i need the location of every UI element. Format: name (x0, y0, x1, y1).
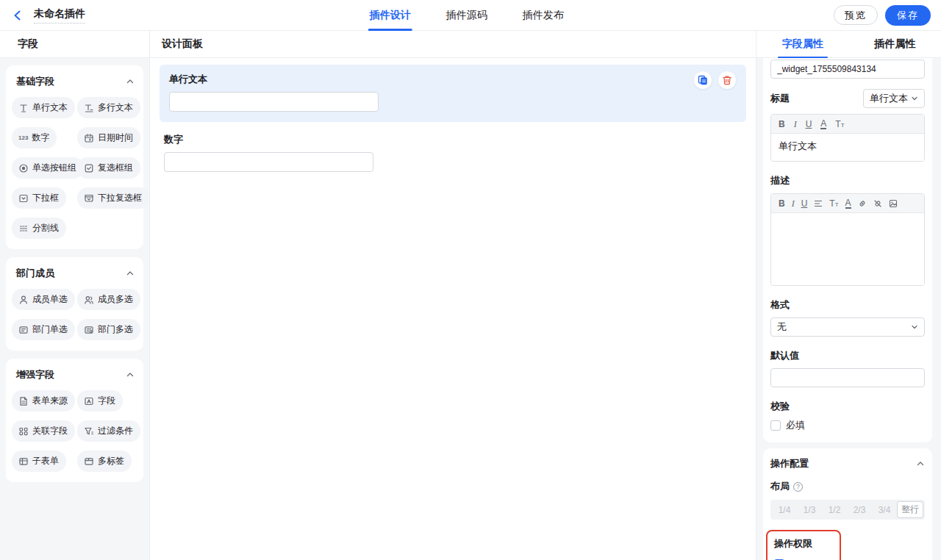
field-item-number[interactable]: 123 数字 (12, 127, 57, 148)
field-item-member-multi[interactable]: 成员多选 (77, 289, 140, 310)
field-text-input[interactable] (169, 92, 379, 112)
layout-option-1-3[interactable]: 1/3 (797, 501, 822, 518)
form-source-icon (18, 396, 29, 406)
canvas-header: 设计面板 (150, 31, 756, 58)
layout-segments: 1/4 1/3 1/2 2/3 3/4 整行 (770, 500, 925, 520)
preview-button[interactable]: 预览 (834, 5, 878, 25)
italic-icon[interactable]: I (794, 120, 797, 129)
collapse-chevron-icon[interactable] (126, 269, 135, 278)
field-item-form-source[interactable]: 表单来源 (12, 390, 75, 412)
field-text-input[interactable] (164, 152, 373, 172)
title-type-select[interactable]: 单行文本 (863, 89, 925, 108)
unlink-icon[interactable] (873, 199, 882, 208)
field-item-checkbox-group[interactable]: 复选框组 (77, 157, 140, 179)
field-label: 单行文本 (169, 73, 737, 86)
collapse-chevron-icon[interactable] (916, 459, 925, 468)
canvas-field-number[interactable]: 数字 (160, 125, 746, 182)
layout-option-full-row[interactable]: 整行 (897, 501, 923, 518)
number-icon: 123 (18, 134, 28, 141)
layout-option-3-4[interactable]: 3/4 (872, 501, 897, 518)
field-item-divider[interactable]: 分割线 (12, 218, 66, 239)
tab-plugin-properties[interactable]: 插件属性 (849, 31, 941, 57)
canvas-field-single-line-text[interactable]: 单行文本 (160, 65, 746, 122)
align-icon[interactable] (814, 199, 823, 208)
help-icon[interactable]: ? (793, 482, 803, 492)
field-item-single-line-text[interactable]: 单行文本 (12, 97, 75, 118)
field-item-field[interactable]: 字段 (77, 390, 123, 412)
format-select[interactable]: 无 (770, 317, 925, 337)
field-item-multi-select[interactable]: 下拉复选框 (77, 187, 149, 209)
section-title: 部门成员 (16, 267, 54, 280)
font-color-icon[interactable]: A (845, 198, 851, 209)
required-check-row[interactable]: 必填 (770, 419, 925, 432)
image-icon[interactable] (889, 199, 898, 208)
design-canvas: 设计面板 单行文本 (150, 31, 756, 560)
fields-sidebar: 字段 基础字段 单行文本 (0, 31, 150, 560)
font-size-icon[interactable]: TT (829, 199, 838, 208)
link-icon[interactable] (858, 199, 867, 208)
text-multi-icon (84, 103, 94, 113)
multi-tab-icon (84, 456, 94, 467)
widget-id-input[interactable] (770, 60, 925, 79)
member-single-icon (18, 295, 29, 305)
required-checkbox[interactable] (770, 420, 781, 431)
title-label: 标题 (770, 92, 790, 105)
font-size-icon[interactable]: TT (835, 120, 844, 129)
bold-icon[interactable]: B (779, 199, 785, 208)
duplicate-field-button[interactable] (694, 71, 712, 89)
tab-plugin-source[interactable]: 插件源码 (446, 0, 487, 31)
collapse-chevron-icon[interactable] (126, 77, 135, 86)
save-button[interactable]: 保存 (885, 5, 931, 26)
italic-icon[interactable]: I (792, 199, 795, 208)
required-label: 必填 (786, 419, 805, 432)
description-editor-toolbar: B I U TT A (771, 194, 924, 213)
underline-icon[interactable]: U (801, 199, 808, 208)
section-title: 基础字段 (16, 75, 54, 88)
field-item-select[interactable]: 下拉框 (12, 187, 66, 209)
layout-label-row: 布局 ? (770, 480, 925, 493)
plugin-title[interactable]: 未命名插件 (34, 7, 85, 24)
bold-icon[interactable]: B (779, 120, 785, 129)
tab-plugin-publish[interactable]: 插件发布 (523, 0, 564, 31)
field-item-related-field[interactable]: 关联字段 (12, 420, 75, 442)
section-dept-members: 部门成员 成员单选 成员多选 (6, 257, 143, 351)
field-item-radio-group[interactable]: 单选按钮组 (12, 157, 84, 179)
field-item-dept-single[interactable]: 部门单选 (12, 319, 75, 340)
field-item-subform[interactable]: 子表单 (12, 450, 66, 472)
operation-permission-title: 操作权限 (774, 537, 833, 550)
back-chevron-icon (12, 10, 24, 21)
canvas-body: 单行文本 (150, 58, 756, 560)
title-editor-content[interactable]: 单行文本 (771, 134, 924, 161)
back-button[interactable] (10, 8, 25, 23)
layout-option-1-4[interactable]: 1/4 (772, 501, 797, 518)
format-label: 格式 (770, 298, 925, 312)
layout-option-2-3[interactable]: 2/3 (847, 501, 872, 518)
default-value-label: 默认值 (770, 349, 925, 362)
delete-field-button[interactable] (718, 71, 736, 89)
field-item-multi-tab[interactable]: 多标签 (77, 450, 132, 472)
member-multi-icon (84, 295, 94, 305)
field-item-datetime[interactable]: 日期时间 (77, 127, 140, 148)
copy-icon (698, 75, 708, 85)
font-color-icon[interactable]: A (820, 119, 826, 129)
title-editor-toolbar: B I U A TT (771, 115, 924, 134)
description-editor-content[interactable] (771, 213, 924, 285)
field-properties-card: 标题 单行文本 B I U A (763, 58, 932, 442)
field-item-filter-condition[interactable]: 过滤条件 (77, 420, 140, 442)
section-basic-fields: 基础字段 单行文本 多行文本 (6, 65, 143, 249)
underline-icon[interactable]: U (806, 120, 812, 129)
tab-plugin-design[interactable]: 插件设计 (370, 0, 411, 31)
chevron-down-icon (911, 323, 918, 331)
field-item-multi-line-text[interactable]: 多行文本 (77, 97, 140, 118)
chevron-down-icon (911, 95, 918, 102)
field-item-dept-multi[interactable]: 部门多选 (77, 319, 140, 340)
tab-field-properties[interactable]: 字段属性 (756, 31, 849, 57)
action-config-title: 操作配置 (770, 457, 809, 470)
related-field-icon (18, 426, 29, 437)
collapse-chevron-icon[interactable] (126, 370, 135, 379)
field-item-member-single[interactable]: 成员单选 (12, 289, 75, 310)
sidebar-header: 字段 (0, 31, 149, 58)
default-value-input[interactable] (770, 368, 925, 387)
properties-panel: 字段属性 插件属性 标题 单行文本 (756, 31, 941, 560)
layout-option-1-2[interactable]: 1/2 (822, 501, 847, 518)
